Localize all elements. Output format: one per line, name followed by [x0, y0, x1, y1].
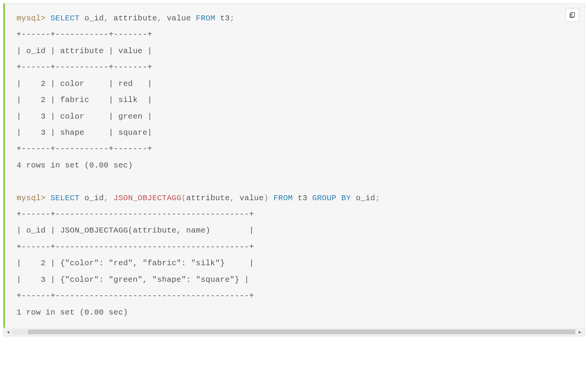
identifier: o_id [351, 194, 375, 203]
identifier: value [235, 194, 264, 203]
keyword-by: BY [341, 194, 351, 203]
identifier: t3 [215, 14, 230, 23]
comma: , [104, 14, 109, 23]
mysql-prompt: mysql> [17, 194, 46, 203]
comma: , [230, 194, 235, 203]
table-row: | 3 | {"color": "green", "shape": "squar… [17, 275, 249, 284]
code-block: mysql> SELECT o_id, attribute, value FRO… [3, 3, 585, 336]
table-separator: +------+-----------+-------+ [17, 144, 152, 153]
table-row: | 3 | color | green | [17, 112, 152, 121]
table-separator: +------+-----------+-------+ [17, 63, 152, 72]
table-header: | o_id | attribute | value | [17, 47, 152, 55]
table-row: | 2 | {"color": "red", "fabric": "silk"}… [17, 259, 254, 268]
scroll-right-arrow[interactable]: ▶ [577, 329, 583, 335]
identifier: attribute [108, 14, 157, 23]
space [268, 194, 273, 203]
scroll-track[interactable] [12, 329, 576, 335]
code-border: mysql> SELECT o_id, attribute, value FRO… [3, 3, 585, 328]
identifier: value [162, 14, 196, 23]
table-row: | 3 | shape | square| [17, 128, 152, 137]
table-separator: +------+--------------------------------… [17, 291, 254, 300]
identifier: o_id [80, 194, 104, 203]
keyword-from: FROM [273, 194, 293, 203]
mysql-prompt: mysql> [17, 14, 46, 23]
space [108, 194, 113, 203]
table-row: | 2 | color | red | [17, 79, 152, 88]
scroll-thumb[interactable] [28, 330, 575, 334]
result-footer: 4 rows in set (0.00 sec) [17, 161, 133, 170]
identifier: attribute [186, 194, 230, 203]
code-content[interactable]: mysql> SELECT o_id, attribute, value FRO… [5, 3, 585, 328]
table-separator: +------+--------------------------------… [17, 210, 254, 219]
copy-icon [568, 11, 576, 19]
comma: , [104, 194, 109, 203]
semicolon: ; [375, 194, 380, 203]
table-separator: +------+--------------------------------… [17, 243, 254, 251]
table-separator: +------+-----------+-------+ [17, 30, 152, 39]
copy-button[interactable] [565, 8, 579, 22]
table-header: | o_id | JSON_OBJECTAGG(attribute, name)… [17, 226, 254, 235]
table-row: | 2 | fabric | silk | [17, 95, 152, 104]
keyword-from: FROM [196, 14, 215, 23]
horizontal-scrollbar[interactable]: ◀ ▶ [3, 328, 585, 336]
function-name: JSON_OBJECTAGG [113, 194, 181, 203]
scroll-left-arrow[interactable]: ◀ [5, 329, 11, 335]
semicolon: ; [230, 14, 235, 23]
comma: , [157, 14, 162, 23]
result-footer: 1 row in set (0.00 sec) [17, 308, 128, 317]
keyword-select: SELECT [50, 14, 80, 23]
identifier: t3 [293, 194, 312, 203]
keyword-select: SELECT [50, 194, 80, 203]
identifier: o_id [80, 14, 104, 23]
paren: ( [182, 194, 187, 203]
keyword-group: GROUP [312, 194, 336, 203]
space [336, 194, 341, 203]
paren: ) [264, 194, 269, 203]
